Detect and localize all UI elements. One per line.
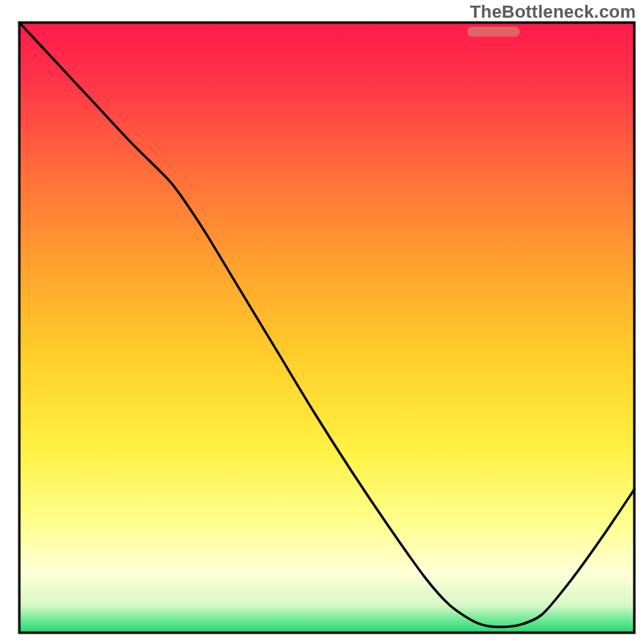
plot-area bbox=[19, 23, 634, 633]
gradient-background bbox=[19, 23, 634, 633]
bottleneck-chart bbox=[0, 0, 644, 644]
chart-frame: TheBottleneck.com bbox=[0, 0, 644, 644]
watermark-text: TheBottleneck.com bbox=[470, 2, 636, 23]
optimal-range-marker bbox=[468, 27, 520, 36]
